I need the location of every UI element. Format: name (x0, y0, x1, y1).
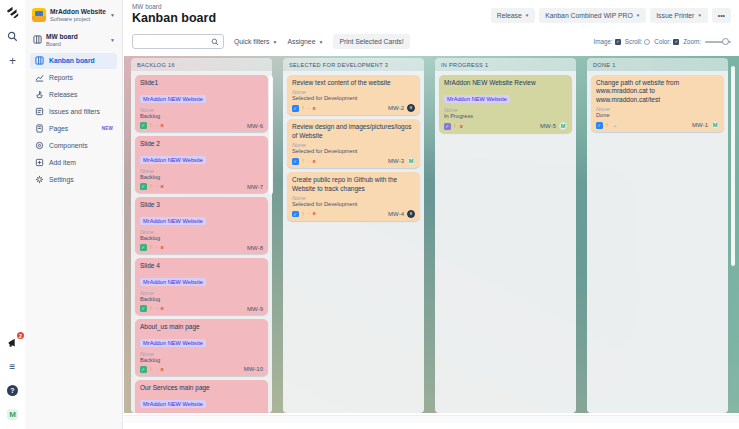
chevron-down-icon: ▼ (636, 13, 640, 18)
issue-type-icon: ✓ (292, 105, 299, 112)
chevron-down-icon: ▼ (318, 39, 323, 45)
color-toggle[interactable]: Color:✓ (654, 38, 679, 45)
assignee-avatar[interactable]: M (407, 157, 415, 165)
issue-card-mw-8[interactable]: Slide 3MrAddon NEW WebsiteNoneBacklog✓↑·… (135, 197, 268, 254)
flag-icon: ≡ (313, 159, 316, 165)
sidebar-item-label: Issues and filters (49, 108, 100, 115)
flag-icon: ≡ (161, 306, 164, 312)
issue-type-icon: ✓ (292, 158, 299, 165)
horizontal-scrollbar[interactable] (124, 415, 739, 423)
issue-type-icon: ✓ (292, 211, 299, 218)
menu-icon[interactable]: ≡ (5, 359, 20, 374)
card-status: Selected for Development (292, 201, 415, 207)
card-footer: ✓↑·≡MW-4 (292, 210, 415, 218)
announcements-icon[interactable]: 2 (5, 335, 20, 350)
card-title: Review text content of the website (292, 79, 415, 87)
issue-type-icon: ✓ (140, 122, 147, 129)
search-icon (211, 38, 219, 46)
issue-card-mw-3[interactable]: Review design and images/pictures/logos … (287, 119, 420, 168)
issue-card-mw-10[interactable]: About_us main pageMrAddon NEW WebsiteNon… (135, 319, 268, 376)
board-column-backlog-16: BACKLOG 16Slide1MrAddon NEW WebsiteNoneB… (131, 58, 272, 413)
card-status: Backlog (140, 235, 263, 241)
issue-card-mw-1[interactable]: Change path of website from www.mraddon.… (591, 75, 724, 132)
sidebar-item-label: Kanban board (49, 57, 95, 64)
issue-key: MW-6 (247, 123, 263, 129)
checked-checkbox-icon[interactable]: ✓ (673, 39, 679, 45)
issue-type-icon: ✓ (140, 244, 147, 251)
sidebar-item-kanban-board[interactable]: Kanban board (30, 53, 117, 69)
quick-filters-dropdown[interactable]: Quick filters▼ (234, 38, 277, 45)
scroll-toggle[interactable]: Scroll: (625, 38, 651, 45)
sidebar-item-components[interactable]: Components (30, 138, 117, 154)
sidebar-item-reports[interactable]: Reports (30, 70, 117, 86)
zoom-slider-knob[interactable] (722, 38, 729, 45)
sidebar-item-settings[interactable]: Settings (30, 172, 117, 188)
sidebar-item-label: Settings (49, 176, 74, 183)
zoom-slider[interactable] (705, 41, 731, 43)
search-input[interactable] (132, 34, 224, 49)
pages-icon (34, 124, 44, 134)
backlog-scrollbar[interactable] (269, 76, 273, 194)
epic-label-pill: MrAddon NEW Website (140, 339, 206, 347)
unchecked-checkbox-icon[interactable] (644, 39, 650, 45)
kanban-combined-wip-pro-button[interactable]: Kanban Combined WIP PRO▼ (539, 8, 646, 23)
sidebar-item-pages[interactable]: PagesNEW (30, 121, 117, 137)
project-sidebar: MrAddon Website Software project ▼ MW bo… (25, 0, 123, 429)
assignee-avatar[interactable] (407, 104, 415, 112)
assignee-avatar[interactable]: M (711, 121, 719, 129)
view-controls: Image:✓Scroll:Color:✓Zoom: (594, 38, 731, 45)
header-actions: Release▼Kanban Combined WIP PRO▼Issue Pr… (491, 8, 731, 23)
card-footer: ✓↑·≡MW-8 (140, 244, 263, 251)
dot-icon: · (156, 123, 158, 129)
card-title: Slide 3 (140, 201, 263, 209)
project-type: Software project (50, 16, 106, 22)
flag-icon: ≡ (313, 106, 316, 112)
checked-checkbox-icon[interactable]: ✓ (615, 39, 621, 45)
search-icon[interactable] (5, 29, 20, 44)
board-scrollbar[interactable] (731, 66, 735, 266)
print-selected-cards-button[interactable]: Print Selected Cards! (333, 34, 409, 49)
issue-card-mw-2[interactable]: Review text content of the websiteNoneSe… (287, 75, 420, 115)
issue-card-mw-5[interactable]: MrAddon NEW Website ReviewMrAddon NEW We… (439, 75, 572, 133)
assignee-avatar[interactable] (407, 210, 415, 218)
issue-card-mw-11[interactable]: Our Services main pageMrAddon NEW Websit… (135, 380, 268, 413)
issue-card-mw-9[interactable]: Slide 4MrAddon NEW WebsiteNoneBacklog✓↑·… (135, 258, 268, 315)
issue-key: MW-2 (388, 105, 404, 111)
project-switcher[interactable]: MrAddon Website Software project ▼ (30, 6, 117, 30)
column-header: SELECTED FOR DEVELOPMENT 3 (283, 58, 424, 71)
card-footer: ✓↑·≡MW-2 (292, 104, 415, 112)
card-footer: ✓↑·≡MW-7 (140, 183, 263, 190)
issue-key: MW-8 (247, 245, 263, 251)
more-actions-button[interactable]: ••• (712, 8, 731, 23)
settings-icon (34, 175, 44, 185)
assignee-avatar[interactable]: M (559, 122, 567, 130)
issue-card-mw-4[interactable]: Create public repo in Github with the We… (287, 172, 420, 221)
issue-card-mw-6[interactable]: Slide1MrAddon NEW WebsiteNoneBacklog✓↑·≡… (135, 75, 268, 132)
card-title: Slide 4 (140, 262, 263, 270)
assignee-dropdown[interactable]: Assignee▼ (287, 38, 323, 45)
card-status: Selected for Development (292, 148, 415, 154)
column-body: MrAddon NEW Website ReviewMrAddon NEW We… (435, 71, 576, 413)
issue-card-mw-7[interactable]: Slide 2MrAddon NEW WebsiteNoneBacklog✓↑·… (135, 136, 268, 193)
sidebar-item-releases[interactable]: Releases (30, 87, 117, 103)
issue-key: MW-9 (247, 306, 263, 312)
sidebar-item-add-item[interactable]: Add item (30, 155, 117, 171)
column-header: IN PROGRESS 1 (435, 58, 576, 71)
issue-printer-button[interactable]: Issue Printer▼ (650, 8, 708, 23)
help-icon[interactable]: ? (5, 383, 20, 398)
jira-logo-icon[interactable] (5, 5, 20, 20)
release-button[interactable]: Release▼ (491, 8, 535, 23)
column-body: Review text content of the websiteNoneSe… (283, 71, 424, 413)
epic-label-pill: MrAddon NEW Website (140, 156, 206, 164)
priority-up-icon: ↑ (150, 305, 153, 312)
user-avatar[interactable]: M (5, 407, 20, 422)
issue-key: MW-3 (388, 158, 404, 164)
sidebar-item-issues-and-filters[interactable]: Issues and filters (30, 104, 117, 120)
create-icon[interactable]: + (5, 53, 20, 68)
issue-type-icon: ✓ (140, 183, 147, 190)
new-badge: NEW (102, 126, 113, 131)
card-title: About_us main page (140, 323, 263, 331)
board-switcher[interactable]: MW board Board ▼ (30, 30, 117, 53)
breadcrumb[interactable]: MW board (132, 3, 161, 10)
image-toggle[interactable]: Image:✓ (594, 38, 621, 45)
